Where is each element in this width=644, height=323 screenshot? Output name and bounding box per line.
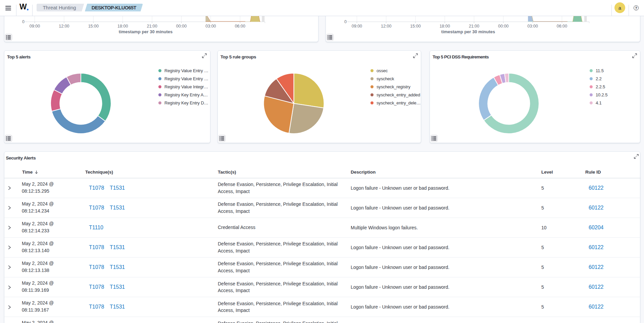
svg-text:03:00: 03:00 bbox=[205, 24, 216, 29]
svg-text:09:00: 09:00 bbox=[352, 24, 362, 29]
svg-text:03:00: 03:00 bbox=[528, 24, 538, 29]
svg-text:15:00: 15:00 bbox=[410, 24, 420, 29]
svg-text:21:00: 21:00 bbox=[147, 24, 157, 29]
svg-text:12:00: 12:00 bbox=[59, 24, 69, 29]
svg-text:15:00: 15:00 bbox=[88, 24, 99, 29]
svg-text:0: 0 bbox=[344, 19, 347, 24]
svg-text:12:00: 12:00 bbox=[381, 24, 391, 29]
svg-text:06:00: 06:00 bbox=[235, 24, 245, 29]
svg-text:00:00: 00:00 bbox=[498, 24, 508, 29]
svg-text:18:00: 18:00 bbox=[117, 24, 128, 29]
svg-text:21:00: 21:00 bbox=[469, 24, 479, 29]
svg-text:0: 0 bbox=[22, 19, 24, 24]
svg-text:06:00: 06:00 bbox=[557, 24, 567, 29]
svg-text:00:00: 00:00 bbox=[176, 24, 187, 29]
svg-text:timestamp per 30 minutes: timestamp per 30 minutes bbox=[119, 29, 172, 34]
svg-text:18:00: 18:00 bbox=[440, 24, 450, 29]
svg-text:timestamp per 30 minutes: timestamp per 30 minutes bbox=[441, 29, 495, 34]
svg-text:09:00: 09:00 bbox=[30, 24, 40, 29]
